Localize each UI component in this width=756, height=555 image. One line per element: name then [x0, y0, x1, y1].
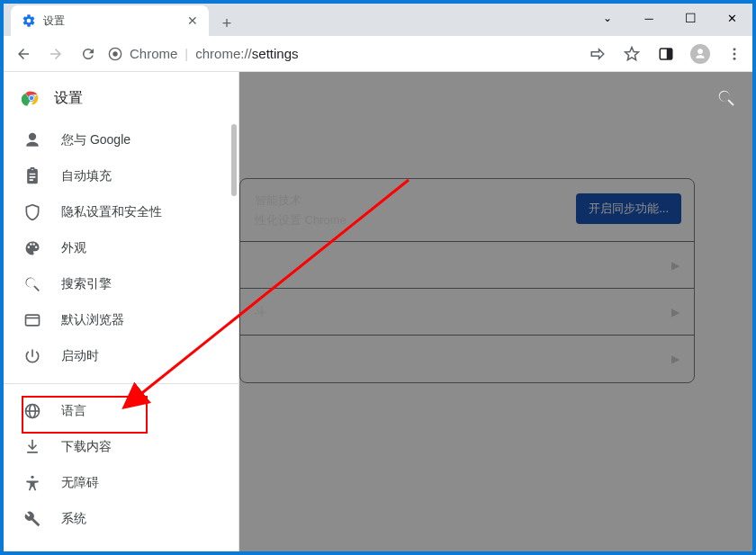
- chrome-page-icon: [108, 47, 122, 61]
- maximize-button[interactable]: ☐: [670, 4, 711, 32]
- close-tab-icon[interactable]: ✕: [187, 13, 198, 28]
- browser-tab[interactable]: 设置 ✕: [11, 5, 209, 36]
- tab-search-button[interactable]: ⌄: [587, 4, 628, 32]
- accessibility-icon: [23, 474, 41, 492]
- sidebar-item-on-startup[interactable]: 启动时: [4, 338, 238, 374]
- sidebar-divider: [4, 383, 238, 384]
- address-bar[interactable]: Chrome | chrome://settings: [108, 46, 580, 61]
- close-window-button[interactable]: ✕: [711, 4, 752, 32]
- profile-avatar[interactable]: [689, 43, 711, 65]
- sidebar-item-label: 您与 Google: [61, 132, 130, 148]
- side-panel-icon[interactable]: [655, 43, 677, 65]
- sidebar-scrollbar[interactable]: [231, 124, 237, 196]
- globe-icon: [23, 402, 41, 420]
- svg-point-15: [31, 476, 33, 479]
- browser-window-icon: [23, 311, 41, 329]
- dim-overlay: [239, 72, 752, 551]
- back-button[interactable]: [11, 41, 36, 67]
- sidebar-title: 设置: [54, 89, 83, 108]
- sidebar-item-label: 外观: [61, 240, 86, 256]
- reload-button[interactable]: [76, 41, 101, 67]
- svg-point-5: [734, 52, 736, 55]
- svg-point-4: [734, 48, 736, 50]
- sidebar-item-autofill[interactable]: 自动填充: [4, 158, 238, 194]
- sidebar-item-languages[interactable]: 语言: [4, 393, 238, 429]
- sidebar-item-label: 启动时: [61, 348, 99, 364]
- toolbar: Chrome | chrome://settings: [4, 36, 752, 72]
- sidebar-scroll: 您与 Google 自动填充 隐私设置和安全性 外观 搜索引擎: [4, 122, 238, 551]
- minimize-button[interactable]: ─: [628, 4, 670, 32]
- search-icon: [23, 275, 41, 293]
- sidebar-item-label: 隐私设置和安全性: [61, 204, 162, 220]
- content-area: 设置 您与 Google 自动填充 隐私设置和安全性 外观: [4, 72, 752, 551]
- window-frame: 设置 ✕ + ⌄ ─ ☐ ✕ Chrome | chrome://setting…: [0, 0, 756, 555]
- window-controls: ⌄ ─ ☐ ✕: [587, 4, 752, 32]
- url-path: chrome://settings: [195, 46, 298, 61]
- sidebar-header: 设置: [4, 72, 238, 122]
- download-icon: [23, 438, 41, 456]
- sidebar-item-label: 搜索引擎: [61, 276, 112, 292]
- bookmark-star-icon[interactable]: [621, 43, 643, 65]
- sidebar-item-label: 语言: [61, 403, 86, 419]
- sidebar-item-label: 默认浏览器: [61, 312, 124, 328]
- shield-icon: [23, 203, 41, 221]
- svg-point-6: [734, 57, 736, 59]
- sidebar-item-downloads[interactable]: 下载内容: [4, 429, 238, 465]
- palette-icon: [23, 239, 41, 257]
- forward-button[interactable]: [43, 41, 68, 67]
- sidebar-item-label: 下载内容: [61, 439, 112, 455]
- sidebar-item-you-and-google[interactable]: 您与 Google: [4, 122, 238, 158]
- sidebar-item-label: 自动填充: [61, 168, 112, 184]
- settings-sidebar: 设置 您与 Google 自动填充 隐私设置和安全性 外观: [4, 72, 239, 551]
- svg-rect-10: [26, 315, 40, 326]
- sidebar-item-appearance[interactable]: 外观: [4, 230, 238, 266]
- settings-main: 智能技术 性化设置 Chrome 开启同步功能... ▶ 斗 ▶ ▶: [239, 72, 752, 551]
- sidebar-item-system[interactable]: 系统: [4, 501, 238, 537]
- tab-strip: 设置 ✕ + ⌄ ─ ☐ ✕: [4, 4, 752, 36]
- share-icon[interactable]: [587, 43, 608, 65]
- power-icon: [23, 347, 41, 365]
- gear-icon: [22, 13, 36, 28]
- toolbar-right-icons: [587, 43, 745, 65]
- search-settings-icon[interactable]: [716, 88, 736, 112]
- sidebar-item-label: 系统: [61, 511, 86, 527]
- clipboard-icon: [23, 167, 41, 185]
- sidebar-item-default-browser[interactable]: 默认浏览器: [4, 302, 238, 338]
- chrome-logo-icon: [22, 88, 41, 108]
- person-icon: [23, 131, 41, 149]
- sidebar-item-privacy[interactable]: 隐私设置和安全性: [4, 194, 238, 230]
- tab-title: 设置: [43, 13, 65, 29]
- menu-icon[interactable]: [724, 43, 745, 65]
- sidebar-item-search-engine[interactable]: 搜索引擎: [4, 266, 238, 302]
- svg-rect-3: [667, 49, 672, 59]
- url-separator: |: [184, 46, 188, 61]
- new-tab-button[interactable]: +: [214, 11, 239, 36]
- sidebar-item-accessibility[interactable]: 无障碍: [4, 465, 238, 501]
- wrench-icon: [23, 510, 41, 528]
- url-prefix: Chrome: [130, 46, 177, 61]
- sidebar-item-label: 无障碍: [61, 475, 99, 491]
- svg-point-1: [112, 51, 117, 56]
